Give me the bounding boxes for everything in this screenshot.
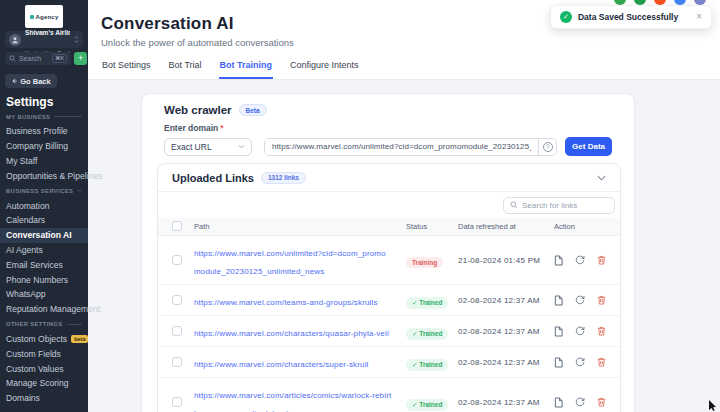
url-input[interactable] [265,139,538,155]
row-checkbox[interactable] [172,255,182,265]
refreshed-at: 02-08-2024 12:37 AM [458,327,546,336]
sidebar-item[interactable]: Company Billing [0,139,88,154]
add-button[interactable]: + [74,52,87,65]
sidebar-item[interactable]: Business Profile [0,124,88,139]
retrain-button[interactable] [575,255,585,265]
page-subtitle: Unlock the power of automated conversati… [101,37,720,48]
table-row: https://www.marvel.com/unlimited?cid=dco… [158,236,620,285]
sidebar-section: OTHER SETTINGS Custom Objects beta Custo… [0,317,88,406]
trash-icon [597,255,606,265]
tab[interactable]: Bot Settings [101,60,152,79]
url-type-select[interactable]: Exact URL [164,138,252,156]
sidebar-nav: MY BUSINESS Business Profile Company Bil… [0,109,88,406]
sidebar-item-label: Business Profile [6,126,68,136]
sidebar-item[interactable]: Domains [0,391,88,406]
delete-button[interactable] [597,397,606,407]
sidebar-item[interactable]: Email Services [0,257,88,272]
sidebar-item[interactable]: Calendars [0,213,88,228]
sidebar-item-label: Opportunities & Pipelines [6,171,103,181]
tab[interactable]: Bot Trial [168,60,203,79]
table-row: https://www.marvel.com/teams-and-groups/… [158,285,620,316]
column-header: Path [194,222,406,231]
account-name: Shivam's Airline [25,29,70,36]
sidebar-item[interactable]: Conversation AI [0,228,88,243]
refreshed-at: 02-08-2024 12:37 AM [458,358,546,367]
status-badge: Trained [406,359,448,371]
row-checkbox[interactable] [172,295,182,305]
sidebar-item[interactable]: Manage Scoring [0,376,88,391]
web-crawler-title: Web crawler [164,104,232,116]
go-back-button[interactable]: Go Back [5,74,57,88]
table-row: https://www.marvel.com/articles/comics/w… [158,378,620,412]
table-row: https://www.marvel.com/characters/quasar… [158,316,620,347]
column-header: Status [406,222,458,231]
sidebar-item-label: Email Services [6,260,63,270]
view-file-button[interactable] [554,295,563,306]
view-file-button[interactable] [554,326,563,337]
sidebar-item[interactable]: Opportunities & Pipelines [0,168,88,183]
sidebar-search-box[interactable]: ⌘K [5,52,71,65]
view-file-button[interactable] [554,255,563,266]
status-badge: Trained [406,297,448,309]
sidebar-item[interactable]: Custom Objects beta [0,332,88,347]
sidebar-item[interactable]: AI Agents [0,243,88,258]
refresh-icon [575,397,585,407]
file-icon [554,295,563,306]
sidebar-search-input[interactable] [19,55,49,62]
links-search-input[interactable] [522,201,608,210]
get-data-button[interactable]: Get Data [565,137,612,156]
delete-button[interactable] [597,326,606,336]
row-checkbox[interactable] [172,357,182,367]
path-link[interactable]: https://www.marvel.com/characters/quasar… [194,329,389,338]
settings-sidebar: Agency Shivam's Airline Noida, Uttar Pra… [0,0,88,412]
view-file-button[interactable] [554,357,563,368]
path-link[interactable]: https://www.marvel.com/characters/super-… [194,360,369,369]
account-switcher[interactable]: Shivam's Airline Noida, Uttar Pradesh [5,31,83,48]
plus-icon: + [78,53,83,63]
retrain-button[interactable] [575,326,585,336]
delete-button[interactable] [597,295,606,305]
delete-button[interactable] [597,255,606,265]
refreshed-at: 02-08-2024 12:37 AM [458,296,546,305]
sidebar-item[interactable]: Custom Fields [0,346,88,361]
sidebar-item[interactable]: Phone Numbers [0,272,88,287]
sidebar-item[interactable]: My Staff [0,154,88,169]
help-button[interactable]: ? [538,139,556,155]
file-icon [554,397,563,408]
row-checkbox[interactable] [172,326,182,336]
links-search-box[interactable] [503,197,615,214]
retrain-button[interactable] [575,295,585,305]
sidebar-item[interactable]: WhatsApp [0,287,88,302]
uploaded-links-title: Uploaded Links [172,172,254,184]
trash-icon [597,357,606,367]
path-link[interactable]: https://www.marvel.com/unlimited?cid=dco… [194,249,386,276]
sidebar-item-label: WhatsApp [6,289,46,299]
app-window: Agency Shivam's Airline Noida, Uttar Pra… [0,0,720,412]
retrain-button[interactable] [575,397,585,407]
path-link[interactable]: https://www.marvel.com/articles/comics/w… [194,391,391,412]
refresh-icon [575,255,585,265]
sidebar-item-label: My Staff [6,156,37,166]
arrow-left-icon [11,78,17,84]
refresh-icon [575,357,585,367]
sidebar-item-label: Calendars [6,215,45,225]
sidebar-item-label: Automation [6,201,49,211]
table-header-row: PathStatusData refreshed atAction [158,218,620,236]
row-checkbox[interactable] [172,397,182,407]
sidebar-item[interactable]: Reputation Management [0,302,88,317]
sidebar-item-label: Company Billing [6,141,68,151]
table-body: https://www.marvel.com/unlimited?cid=dco… [158,236,620,412]
tab[interactable]: Bot Training [219,60,274,79]
collapse-chevron-icon[interactable] [597,175,606,181]
path-link[interactable]: https://www.marvel.com/teams-and-groups/… [194,298,378,307]
sidebar-item[interactable]: Custom Values [0,361,88,376]
delete-button[interactable] [597,357,606,367]
sidebar-item-label: Conversation AI [6,230,72,240]
tab[interactable]: Configure Intents [289,60,360,79]
status-badge: Trained [406,328,448,340]
toast-close-icon[interactable]: × [696,12,702,22]
view-file-button[interactable] [554,397,563,408]
header-checkbox[interactable] [172,221,182,231]
sidebar-item[interactable]: Automation [0,198,88,213]
retrain-button[interactable] [575,357,585,367]
